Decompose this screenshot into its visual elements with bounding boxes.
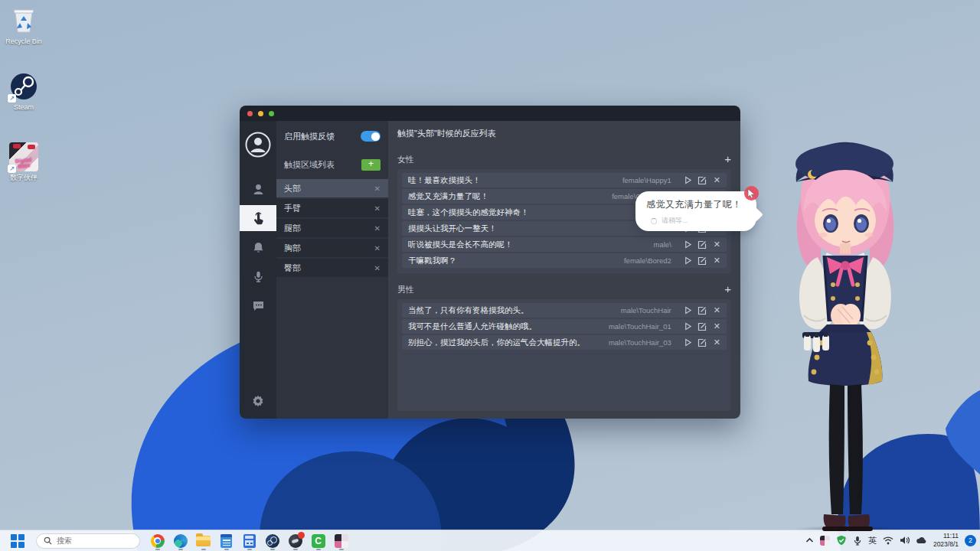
taskbar-app-c[interactable]: C (310, 532, 326, 550)
speech-wait-text: 请稍等... (662, 216, 688, 226)
search-input[interactable] (57, 536, 126, 545)
desktop-icon-steam[interactable]: ↗ Steam (0, 72, 47, 111)
recycle-bin-icon (9, 6, 38, 35)
play-icon[interactable] (684, 176, 692, 184)
close-icon[interactable]: ✕ (714, 175, 720, 185)
taskbar-app-dark[interactable] (287, 532, 303, 550)
start-button[interactable] (10, 533, 24, 548)
edge-icon (174, 534, 188, 548)
calculator-icon (243, 534, 256, 548)
touch-area-list: 头部 ✕ 手臂 ✕ 腿部 ✕ 胸部 ✕ 臀部 ✕ (276, 179, 388, 279)
nav-character-tab[interactable] (240, 176, 276, 202)
clock-time: 11:11 (933, 532, 959, 540)
taskbar-app-steam[interactable] (264, 532, 280, 550)
mouse-cursor (744, 186, 759, 201)
notification-count-badge[interactable]: 2 (965, 535, 976, 546)
taskbar-clock[interactable]: 11:11 2023/8/1 (933, 532, 959, 549)
reaction-row[interactable]: 别担心，摸过我的头后，你的运气会大幅提升的。 male\TouchHair_03… (402, 335, 727, 350)
close-icon[interactable]: ✕ (374, 204, 381, 213)
close-icon[interactable]: ✕ (374, 244, 381, 253)
reaction-text: 别担心，摸过我的头后，你的运气会大幅提升的。 (408, 337, 609, 348)
reaction-text: 我可不是什么普通人允许碰触的哦。 (408, 321, 609, 332)
dark-app-icon (289, 534, 302, 548)
edit-icon[interactable] (697, 306, 707, 315)
close-icon[interactable]: ✕ (374, 264, 381, 272)
reaction-row[interactable]: 听说被摸头是会长不高的呢！ male\ ✕ (402, 237, 727, 252)
voice-tag: male\TouchHair (621, 306, 671, 315)
taskbar-app-edge[interactable] (172, 532, 188, 550)
edit-icon[interactable] (697, 338, 707, 347)
touch-area-item-hip[interactable]: 臀部 ✕ (276, 259, 388, 277)
window-titlebar[interactable] (240, 106, 740, 121)
reaction-text: 哇塞，这个摸摸头的感觉好神奇！ (408, 207, 671, 218)
close-window-button[interactable] (247, 111, 253, 116)
loading-spinner-icon (651, 218, 657, 224)
digital-mate-settings-window: 启用触摸反馈 触摸区域列表 + 头部 ✕ 手臂 ✕ 腿部 ✕ (240, 106, 740, 419)
touch-panel: 启用触摸反馈 触摸区域列表 + 头部 ✕ 手臂 ✕ 腿部 ✕ (276, 121, 388, 419)
edit-icon[interactable] (697, 322, 707, 331)
taskbar-search[interactable] (36, 533, 140, 549)
page-title: 触摸"头部"时候的反应列表 (397, 128, 731, 139)
play-icon[interactable] (684, 338, 692, 347)
close-icon[interactable]: ✕ (374, 184, 381, 193)
minimize-window-button[interactable] (258, 111, 263, 116)
add-male-reaction-button[interactable]: + (724, 284, 731, 295)
reaction-row[interactable]: 哇！最喜欢摸摸头！ female\Happy1 ✕ (402, 173, 727, 187)
touch-area-item-head[interactable]: 头部 ✕ (276, 179, 388, 197)
shortcut-arrow-icon: ↗ (8, 165, 16, 173)
close-icon[interactable]: ✕ (714, 305, 720, 315)
character-speech-bubble: 感觉又充满力量了呢！ 请稍等... (635, 191, 756, 231)
play-icon[interactable] (684, 256, 692, 265)
digital-mate-icon (335, 534, 348, 548)
nav-touch-tab[interactable] (240, 205, 276, 231)
reaction-row[interactable]: 我可不是什么普通人允许碰触的哦。 male\TouchHair_01 ✕ (402, 319, 727, 334)
play-icon[interactable] (684, 322, 692, 331)
close-icon[interactable]: ✕ (714, 321, 720, 331)
reaction-text: 摸摸头让我开心一整天！ (408, 223, 671, 234)
area-list-header: 触摸区域列表 (284, 159, 335, 171)
voice-tag: female\Happy1 (622, 176, 671, 184)
anime-character[interactable] (770, 135, 922, 545)
touch-area-item-chest[interactable]: 胸部 ✕ (276, 239, 388, 257)
nav-notifications-tab[interactable] (240, 234, 276, 260)
taskbar-app-file-explorer[interactable] (195, 532, 211, 550)
close-icon[interactable]: ✕ (714, 337, 720, 347)
touch-area-item-leg[interactable]: 腿部 ✕ (276, 219, 388, 237)
voice-tag: male\ (654, 240, 671, 249)
add-area-button[interactable]: + (361, 159, 381, 171)
male-section-label: 男性 (397, 284, 414, 295)
taskbar-app-notepad[interactable] (218, 532, 234, 550)
settings-gear-icon[interactable] (251, 394, 265, 408)
touch-feedback-toggle[interactable] (361, 131, 381, 142)
reaction-row[interactable]: 干嘛戳我啊？ female\Bored2 ✕ (402, 253, 727, 268)
desktop-icon-recycle-bin[interactable]: Recycle Bin (0, 6, 47, 45)
nav-voice-tab[interactable] (240, 263, 276, 289)
avatar-icon[interactable] (245, 132, 271, 158)
nav-chat-tab[interactable] (240, 292, 276, 318)
touch-area-item-arm[interactable]: 手臂 ✕ (276, 199, 388, 217)
edit-icon[interactable] (697, 240, 707, 249)
edit-icon[interactable] (697, 256, 707, 266)
shortcut-arrow-icon: ↗ (8, 94, 16, 103)
reaction-text: 感觉又充满力量了呢！ (408, 191, 612, 202)
edit-icon[interactable] (697, 176, 707, 185)
search-icon (44, 536, 52, 545)
reaction-panel: 触摸"头部"时候的反应列表 女性 + 哇！最喜欢摸摸头！ female\Happ… (388, 121, 740, 419)
close-icon[interactable]: ✕ (714, 240, 720, 249)
notification-dot (298, 532, 305, 539)
voice-tag: male\TouchHair_01 (609, 322, 671, 331)
reaction-text: 当然了，只有你有资格摸我的头。 (408, 305, 621, 316)
taskbar-app-calculator[interactable] (241, 532, 257, 550)
close-icon[interactable]: ✕ (374, 224, 381, 233)
desktop-icon-digital-mate[interactable]: Digital Mate ↗ 数字伙伴 (0, 142, 47, 181)
add-female-reaction-button[interactable]: + (724, 154, 731, 165)
taskbar-app-digital-mate[interactable] (333, 532, 349, 550)
maximize-window-button[interactable] (269, 111, 274, 116)
reaction-text: 哇！最喜欢摸摸头！ (408, 175, 622, 186)
notepad-icon (220, 534, 232, 548)
play-icon[interactable] (684, 240, 692, 249)
play-icon[interactable] (684, 306, 692, 315)
close-icon[interactable]: ✕ (714, 256, 720, 266)
reaction-row[interactable]: 当然了，只有你有资格摸我的头。 male\TouchHair ✕ (402, 303, 727, 318)
taskbar-app-chrome[interactable] (149, 532, 165, 550)
